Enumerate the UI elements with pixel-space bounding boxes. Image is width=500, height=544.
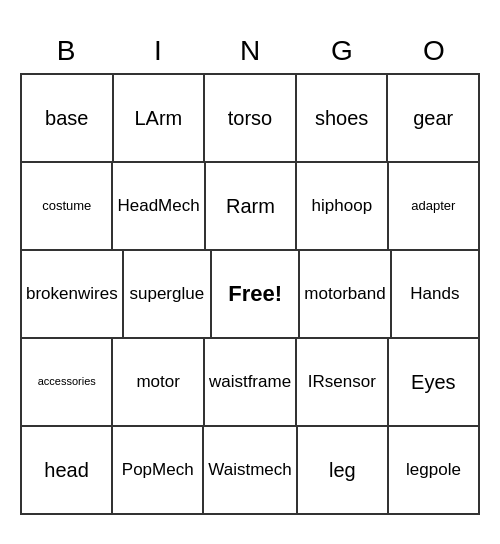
bingo-grid: baseLArmtorsoshoesgearcostumeHeadMechRar… — [20, 73, 480, 515]
cell-text-line: hoop — [334, 195, 372, 216]
header-letter: O — [388, 29, 480, 73]
bingo-cell: accessories — [22, 339, 113, 427]
bingo-cell: PopMech — [113, 427, 204, 515]
cell-text-line: wires — [78, 283, 118, 304]
bingo-cell: motor — [113, 339, 204, 427]
bingo-cell: shoes — [297, 75, 389, 163]
header-letter: G — [296, 29, 388, 73]
bingo-cell: Waistmech — [204, 427, 297, 515]
bingo-cell: hiphoop — [297, 163, 388, 251]
bingo-cell: Rarm — [206, 163, 297, 251]
cell-text-line: frame — [248, 371, 291, 392]
header-letter: N — [204, 29, 296, 73]
bingo-cell: torso — [205, 75, 297, 163]
bingo-row: baseLArmtorsoshoesgear — [22, 75, 480, 163]
bingo-cell: costume — [22, 163, 113, 251]
bingo-cell: IRsensor — [297, 339, 388, 427]
cell-text-line: Head — [117, 195, 158, 216]
cell-text-line: Mech — [158, 195, 200, 216]
bingo-cell: superglue — [124, 251, 212, 339]
bingo-cell: leg — [298, 427, 389, 515]
bingo-cell: Hands — [392, 251, 480, 339]
cell-text-line: motor — [304, 283, 347, 304]
bingo-card: BINGO baseLArmtorsoshoesgearcostumeHeadM… — [20, 29, 480, 515]
header-letter: I — [112, 29, 204, 73]
bingo-row: costumeHeadMechRarmhiphoopadapter — [22, 163, 480, 251]
cell-text-line: band — [348, 283, 386, 304]
bingo-row: accessoriesmotorwaistframeIRsensorEyes — [22, 339, 480, 427]
bingo-cell: LArm — [114, 75, 206, 163]
bingo-cell: Free! — [212, 251, 300, 339]
cell-text-line: super — [129, 283, 172, 304]
bingo-cell: HeadMech — [113, 163, 205, 251]
cell-text-line: waist — [209, 371, 248, 392]
bingo-cell: brokenwires — [22, 251, 124, 339]
cell-text-line: Arm — [146, 106, 183, 131]
cell-text-line: Mech — [152, 459, 194, 480]
cell-text-line: glue — [172, 283, 204, 304]
cell-text-line: hip — [312, 195, 335, 216]
bingo-cell: legpole — [389, 427, 480, 515]
cell-text-line: Pop — [122, 459, 152, 480]
bingo-cell: motorband — [300, 251, 391, 339]
cell-text-line: mech — [250, 459, 292, 480]
cell-text-line: leg — [406, 459, 429, 480]
bingo-cell: base — [22, 75, 114, 163]
header-letter: B — [20, 29, 112, 73]
cell-text-line: broken — [26, 283, 78, 304]
bingo-cell: head — [22, 427, 113, 515]
bingo-cell: waistframe — [205, 339, 297, 427]
cell-text-line: sensor — [325, 371, 376, 392]
bingo-row: brokenwiressuperglueFree!motorbandHands — [22, 251, 480, 339]
cell-text-line: L — [134, 106, 145, 131]
cell-text-line: arm — [240, 194, 274, 219]
bingo-cell: adapter — [389, 163, 480, 251]
cell-text-line: pole — [429, 459, 461, 480]
bingo-row: headPopMechWaistmechleglegpole — [22, 427, 480, 515]
bingo-cell: Eyes — [389, 339, 480, 427]
bingo-header: BINGO — [20, 29, 480, 73]
bingo-cell: gear — [388, 75, 480, 163]
cell-text-line: Waist — [208, 459, 250, 480]
cell-text-line: R — [226, 194, 240, 219]
cell-text-line: IR — [308, 371, 325, 392]
